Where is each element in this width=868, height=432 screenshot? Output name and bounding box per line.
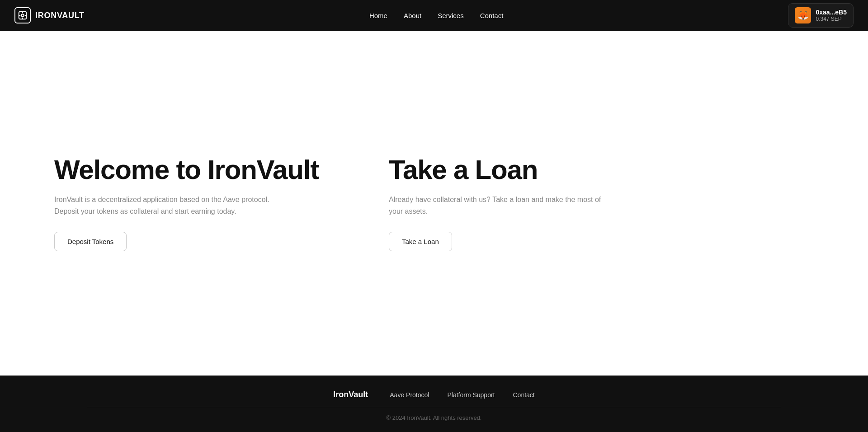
metamask-icon: 🦊 (795, 7, 811, 23)
wallet-badge[interactable]: 🦊 0xaa...eB5 0.347 SEP (788, 3, 854, 28)
main-content: Welcome to IronVault IronVault is a dece… (0, 31, 868, 376)
wallet-address: 0xaa...eB5 (816, 9, 847, 16)
footer-links: Aave Protocol Platform Support Contact (390, 391, 534, 399)
hero-right: Take a Loan Already have collateral with… (389, 155, 687, 251)
hero-left: Welcome to IronVault IronVault is a dece… (54, 155, 353, 251)
footer-main: IronVault Aave Protocol Platform Support… (0, 390, 868, 399)
svg-point-1 (21, 14, 24, 17)
site-header: IRONVAULT Home About Services Contact 🦊 … (0, 0, 868, 31)
footer-copyright: © 2024 IronVault. All rights reserved. (0, 414, 868, 421)
wallet-balance: 0.347 SEP (816, 16, 847, 22)
vault-icon (18, 10, 28, 20)
site-footer: IronVault Aave Protocol Platform Support… (0, 376, 868, 432)
hero-grid: Welcome to IronVault IronVault is a dece… (54, 155, 687, 251)
nav-about[interactable]: About (404, 12, 421, 19)
nav-home[interactable]: Home (369, 12, 387, 19)
wallet-info: 0xaa...eB5 0.347 SEP (816, 9, 847, 22)
logo-text: IRONVAULT (35, 11, 85, 20)
footer-link-support[interactable]: Platform Support (447, 391, 495, 399)
footer-divider (87, 407, 781, 407)
take-loan-button[interactable]: Take a Loan (389, 232, 452, 251)
logo-area[interactable]: IRONVAULT (14, 7, 85, 23)
hero-left-title: Welcome to IronVault (54, 155, 353, 185)
nav-contact[interactable]: Contact (480, 12, 504, 19)
footer-brand: IronVault (333, 390, 368, 399)
footer-link-aave[interactable]: Aave Protocol (390, 391, 429, 399)
hero-left-description: IronVault is a decentralized application… (54, 194, 271, 217)
hero-right-description: Already have collateral with us? Take a … (389, 194, 606, 217)
nav-services[interactable]: Services (438, 12, 464, 19)
hero-right-title: Take a Loan (389, 155, 687, 185)
deposit-tokens-button[interactable]: Deposit Tokens (54, 232, 127, 251)
footer-link-contact[interactable]: Contact (513, 391, 535, 399)
main-nav: Home About Services Contact (369, 12, 503, 19)
logo-icon (14, 7, 31, 23)
